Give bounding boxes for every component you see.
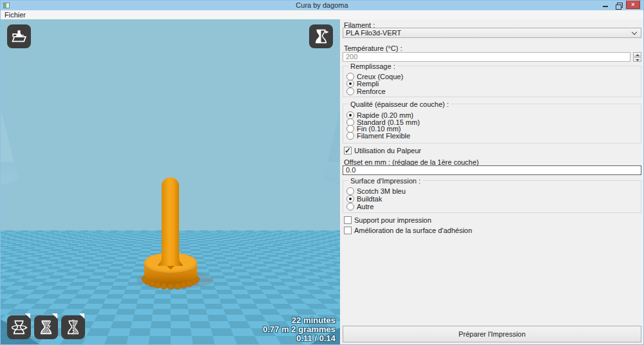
scale-icon (37, 319, 55, 336)
checkbox-support[interactable]: Support pour impression (344, 216, 431, 224)
qualite-legend: Qualité (épaisseur de couche) : (348, 100, 451, 108)
settings-panel: Filament : PLA Filo3d-VERT Température (… (340, 19, 644, 345)
radio-icon (346, 187, 354, 195)
print-time: 22 minutes (263, 316, 336, 325)
radio-icon (346, 88, 354, 95)
temperature-spinner[interactable] (633, 52, 641, 62)
view-mode-button[interactable] (309, 24, 333, 48)
print-material: 0.77 m 2 grammes (263, 325, 336, 334)
minimize-button[interactable] (601, 1, 610, 10)
print-stats: 22 minutes 0.77 m 2 grammes 0.11 / 0.14 (263, 316, 336, 343)
radio-label: Buildtak (357, 195, 382, 203)
radio-label: Renforce (357, 88, 386, 95)
application-window: Cura by dagoma × Fichier (0, 0, 644, 345)
radio-label: Autre (357, 203, 374, 210)
rotate-icon (10, 319, 28, 336)
print-cost: 0.11 / 0.14 (263, 334, 336, 343)
3d-viewport[interactable]: 22 minutes 0.77 m 2 grammes 0.11 / 0.14 (1, 19, 340, 345)
remplissage-group: Remplissage : Creux (Coque) Rempli Renfo… (343, 66, 641, 97)
remplissage-legend: Remplissage : (348, 62, 397, 70)
temperature-label: Température (°C) : (344, 44, 402, 52)
checkbox-label: Utilisation du Palpeur (354, 147, 421, 154)
mirror-tool-button[interactable] (61, 315, 85, 339)
checkbox-palpeur[interactable]: Utilisation du Palpeur (344, 147, 421, 154)
radio-label: Filament Flexible (357, 132, 410, 140)
menu-fichier[interactable]: Fichier (5, 11, 26, 19)
filament-value: PLA Filo3d-VERT (346, 29, 401, 37)
checkbox-label: Amélioration de la surface d'adhésion (354, 227, 472, 234)
radio-autre[interactable]: Autre (346, 203, 374, 210)
prepare-print-button[interactable]: Préparer l'Impression (343, 326, 641, 342)
checkbox-label: Support pour impression (354, 216, 431, 224)
filament-select[interactable]: PLA Filo3d-VERT (343, 28, 641, 38)
surface-legend: Surface d'Impression : (348, 177, 422, 185)
checkbox-icon (344, 147, 352, 154)
radio-renforce[interactable]: Renforce (346, 88, 386, 95)
radio-filament-flexible[interactable]: Filament Flexible (346, 132, 410, 140)
surface-group: Surface d'Impression : Scotch 3M bleu Bu… (343, 180, 641, 213)
window-title: Cura by dagoma (1, 1, 643, 9)
model-3d-object[interactable] (120, 154, 223, 312)
scale-tool-button[interactable] (34, 315, 58, 339)
titlebar[interactable]: Cura by dagoma × (1, 1, 643, 10)
checkbox-icon (344, 216, 352, 224)
radio-buildtak[interactable]: Buildtak (346, 195, 382, 203)
checkbox-adhesion[interactable]: Amélioration de la surface d'adhésion (344, 227, 472, 234)
radio-scotch[interactable]: Scotch 3M bleu (346, 187, 406, 195)
load-model-button[interactable] (7, 24, 31, 48)
temperature-input[interactable]: 200 (343, 52, 630, 62)
spin-down-icon[interactable] (633, 57, 641, 62)
maximize-button[interactable] (614, 1, 623, 10)
menubar: Fichier (1, 10, 643, 19)
chevron-down-icon (632, 30, 637, 35)
radio-icon (346, 132, 354, 140)
view-mode-icon (312, 28, 330, 45)
radio-icon (346, 195, 354, 203)
load-model-icon (10, 28, 28, 45)
qualite-group: Qualité (épaisseur de couche) : Rapide (… (343, 104, 641, 144)
close-button[interactable]: × (626, 1, 640, 9)
checkbox-icon (344, 227, 352, 234)
radio-label: Rempli (357, 80, 379, 88)
mirror-icon (64, 319, 82, 336)
offset-input[interactable]: 0.0 (343, 165, 641, 175)
radio-icon (346, 203, 354, 210)
radio-icon (346, 80, 354, 88)
radio-label: Scotch 3M bleu (357, 187, 406, 195)
radio-rempli[interactable]: Rempli (346, 80, 379, 88)
spin-up-icon[interactable] (633, 52, 641, 57)
rotate-tool-button[interactable] (7, 315, 31, 339)
